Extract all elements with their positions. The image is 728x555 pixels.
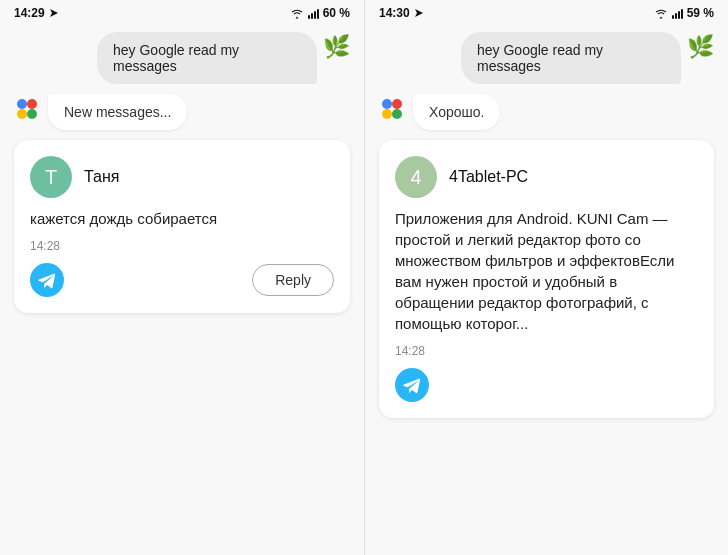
send-icon-2 <box>414 8 424 18</box>
wifi-icon-1 <box>290 8 304 19</box>
message-text-2: Приложения для Android. KUNI Cam — прост… <box>395 208 698 334</box>
card-actions-2 <box>395 368 698 402</box>
status-bar-1: 14:29 60 % <box>0 0 364 24</box>
signal-icon-1 <box>308 7 319 19</box>
card-header-1: T Таня <box>30 156 334 198</box>
time-display-2: 14:30 <box>379 6 410 20</box>
time-display-1: 14:29 <box>14 6 45 20</box>
status-right-1: 60 % <box>290 6 350 20</box>
battery-1: 60 % <box>323 6 350 20</box>
telegram-svg-2 <box>402 375 422 395</box>
svg-point-6 <box>382 99 392 109</box>
user-avatar-1: 🌿 <box>323 34 350 60</box>
google-assistant-icon-1 <box>14 96 40 122</box>
svg-marker-5 <box>415 9 423 17</box>
svg-point-2 <box>27 99 37 109</box>
contact-name-1: Таня <box>84 168 119 186</box>
signal-icon-2 <box>672 7 683 19</box>
send-icon-1 <box>49 8 59 18</box>
screen-2: 14:30 59 % hey Google read my messages <box>364 0 728 555</box>
message-time-1: 14:28 <box>30 239 334 253</box>
contact-avatar-2: 4 <box>395 156 437 198</box>
svg-point-3 <box>17 109 27 119</box>
svg-point-1 <box>17 99 27 109</box>
telegram-svg-1 <box>37 270 57 290</box>
svg-point-7 <box>392 99 402 109</box>
telegram-icon-1 <box>30 263 64 297</box>
status-right-2: 59 % <box>654 6 714 20</box>
user-message-2: hey Google read my messages <box>461 32 681 84</box>
assistant-response-2: Хорошо. <box>413 94 500 130</box>
svg-point-4 <box>27 109 37 119</box>
google-assistant-icon-2 <box>379 96 405 122</box>
status-left-2: 14:30 <box>379 6 424 20</box>
message-text-1: кажется дождь собирается <box>30 208 334 229</box>
card-header-2: 4 4Tablet-PC <box>395 156 698 198</box>
screen-content-1: hey Google read my messages 🌿 New messag… <box>0 24 364 555</box>
assistant-row-1: New messages... <box>14 94 350 130</box>
svg-point-8 <box>382 109 392 119</box>
contact-avatar-1: T <box>30 156 72 198</box>
battery-2: 59 % <box>687 6 714 20</box>
wifi-icon-2 <box>654 8 668 19</box>
user-message-1: hey Google read my messages <box>97 32 317 84</box>
assistant-row-2: Хорошо. <box>379 94 714 130</box>
card-actions-1: Reply <box>30 263 334 297</box>
contact-name-2: 4Tablet-PC <box>449 168 528 186</box>
screen-content-2: hey Google read my messages 🌿 Хорошо. 4 … <box>365 24 728 555</box>
message-card-2: 4 4Tablet-PC Приложения для Android. KUN… <box>379 140 714 418</box>
screen-1: 14:29 60 % hey Google <box>0 0 364 555</box>
user-bubble-row-2: hey Google read my messages 🌿 <box>379 32 714 84</box>
svg-point-9 <box>392 109 402 119</box>
user-avatar-2: 🌿 <box>687 34 714 60</box>
status-bar-2: 14:30 59 % <box>365 0 728 24</box>
status-left-1: 14:29 <box>14 6 59 20</box>
message-card-1: T Таня кажется дождь собирается 14:28 Re… <box>14 140 350 313</box>
telegram-icon-2 <box>395 368 429 402</box>
assistant-response-1: New messages... <box>48 94 187 130</box>
message-time-2: 14:28 <box>395 344 698 358</box>
svg-marker-0 <box>50 9 58 17</box>
user-bubble-row-1: hey Google read my messages 🌿 <box>14 32 350 84</box>
reply-button-1[interactable]: Reply <box>252 264 334 296</box>
